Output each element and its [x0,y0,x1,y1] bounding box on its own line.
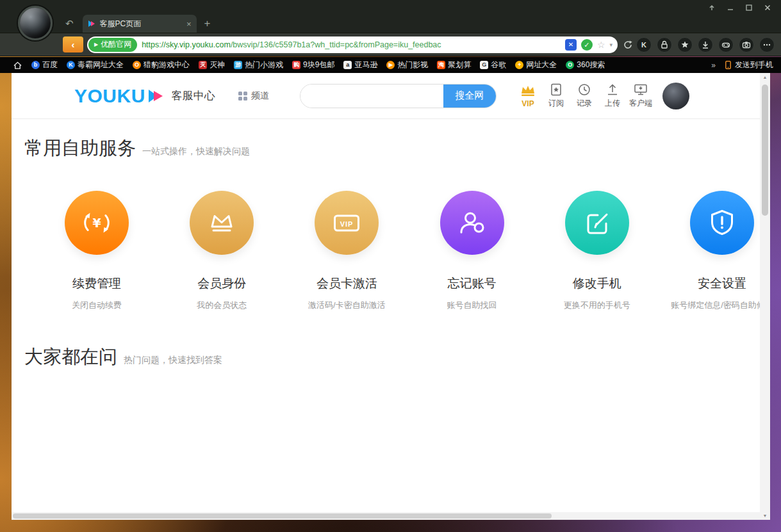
bookmark-label: 猎豹游戏中心 [144,60,190,70]
youku-logo-text: YOUKU [74,85,145,107]
bookmark-item[interactable]: b百度 [31,60,58,70]
bookmark-item[interactable]: 灭灭神 [199,60,225,70]
new-tab-button[interactable]: + [204,17,211,30]
bookmark-label: 百度 [42,60,58,70]
tab-close-icon[interactable]: × [186,19,192,29]
kingsoft-button[interactable]: K [636,37,652,52]
home-icon[interactable] [13,61,22,70]
send-to-phone-label: 发送到手机 [735,60,773,70]
youku-logo[interactable]: YOUKU [74,85,164,107]
bookmarks-overflow-icon[interactable]: » [711,61,716,70]
maximize-button[interactable] [744,4,753,12]
nav-subscribe[interactable]: 订阅 [543,83,569,109]
bookmark-item[interactable]: G谷歌 [480,60,506,70]
card-circle: VIP [315,191,379,255]
games-button[interactable] [718,37,734,52]
favorite-star-icon[interactable]: ☆ [597,40,605,50]
vertical-scrollbar-thumb[interactable] [762,85,768,216]
bookmark-item[interactable]: O360搜索 [566,60,605,70]
horizontal-scrollbar-thumb[interactable] [13,513,552,519]
bookmark-item[interactable]: 购9块9包邮 [292,60,334,70]
phone-icon [725,60,732,70]
screenshot-button[interactable] [739,37,754,52]
bookmark-favicon: 淘 [437,61,445,69]
youku-logo-arrow-icon [147,88,164,104]
desktop: ↶ 客服PC页面 × + ‹ ▶ 优酷官网 https://sky.vip.yo… [0,0,781,532]
menu-button[interactable] [759,37,775,52]
send-to-phone-button[interactable]: 发送到手机 [725,60,773,70]
favorites-button[interactable] [677,37,693,52]
bookmark-label: 360搜索 [577,60,605,70]
service-item-change-phone[interactable]: 修改手机 更换不用的手机号 [546,191,648,311]
site-badge[interactable]: ▶ 优酷官网 [88,38,137,52]
service-item-security[interactable]: 安全设置 账号绑定信息/密码自助修改 [671,191,760,311]
service-desc: 账号绑定信息/密码自助修改 [671,300,760,311]
youku-favicon [88,20,95,28]
bookmark-favicon: 购 [292,61,300,69]
channel-button[interactable]: 频道 [238,90,269,102]
service-item-membership[interactable]: 会员身份 我的会员状态 [170,191,273,311]
bookmark-favicon: G [480,61,488,69]
close-button[interactable] [763,4,772,12]
lock-button[interactable] [657,37,672,52]
header-nav: VIP 订阅 记录 [515,73,689,119]
reopen-tab-icon[interactable]: ↶ [65,18,74,29]
url-bar[interactable]: ▶ 优酷官网 https://sky.vip.youku.com/bwsvip/… [87,36,618,53]
bookmark-label: 毒霸网址大全 [78,60,124,70]
avatar[interactable] [662,83,689,109]
bookmark-item[interactable]: O猎豹游戏中心 [133,60,190,70]
bookmark-item[interactable]: 游热门小游戏 [234,60,283,70]
bookmark-favicon: b [31,61,40,69]
subscribe-icon [549,83,563,96]
self-service-heading: 常用自助服务 一站式操作，快速解决问题 [24,136,760,161]
bookmark-label: 热门小游戏 [245,60,283,70]
bookmarks-list: b百度K毒霸网址大全O猎豹游戏中心灭灭神游热门小游戏购9块9包邮a亚马逊▶热门影… [31,60,702,70]
favorites-dropdown-icon[interactable]: ▾ [609,42,612,48]
bookmark-item[interactable]: +网址大全 [515,60,557,70]
nav-history[interactable]: 记录 [571,83,597,109]
bookmark-label: 9块9包邮 [303,60,334,70]
nav-client[interactable]: 客户端 [628,83,654,109]
bookmark-item[interactable]: ▶热门影视 [386,60,428,70]
search-button[interactable]: 搜全网 [443,85,496,108]
horizontal-scrollbar[interactable] [12,512,760,520]
svg-text:VIP: VIP [340,220,354,228]
download-button[interactable] [698,37,713,52]
service-title: 安全设置 [698,275,746,292]
scroll-up-icon[interactable]: ▲ [760,75,770,79]
bookmark-item[interactable]: 淘聚划算 [437,60,471,70]
service-title: 续费管理 [72,275,121,292]
membership-circle [190,191,254,255]
toolbar-buttons: K [636,37,775,52]
service-item-renew[interactable]: ¥ 续费管理 关闭自动续费 [45,191,148,311]
boss-key-button[interactable] [707,4,716,12]
nav-label: 上传 [605,98,620,109]
url-host: https://sky.vip.youku.com [142,40,231,49]
page-main: 常用自助服务 一站式操作，快速解决问题 ¥ [12,136,760,370]
bookmark-item[interactable]: a亚马逊 [343,60,377,70]
back-button[interactable]: ‹ [63,36,83,52]
service-item-forgot-account[interactable]: 忘记账号 账号自助找回 [421,191,523,311]
scroll-down-icon[interactable]: ▼ [760,513,770,518]
nav-label: 记录 [577,98,592,109]
minimize-button[interactable] [726,4,735,12]
browser-tab[interactable]: 客服PC页面 × [83,15,197,33]
refresh-icon[interactable] [623,40,633,50]
vertical-scrollbar[interactable]: ▲ ▼ [760,73,770,520]
bookmark-label: 网址大全 [526,60,557,70]
bookmark-item[interactable]: K毒霸网址大全 [67,60,124,70]
browser-logo[interactable] [18,6,53,40]
search-input[interactable] [300,85,443,108]
browser-titlebar: ↶ 客服PC页面 × + [0,0,781,33]
bookmark-label: 灭神 [210,60,225,70]
nav-vip[interactable]: VIP [515,85,541,108]
site-safety-icon[interactable]: ✓ [581,39,593,51]
nav-upload[interactable]: 上传 [600,83,625,109]
service-item-card-activate[interactable]: VIP 会员卡激活 激活码/卡密自助激活 [295,191,398,311]
client-icon [634,83,648,96]
section-subtitle: 热门问题，快速找到答案 [124,355,222,366]
extension-icon[interactable]: ✕ [565,39,577,51]
tab-title: 客服PC页面 [100,19,182,29]
bookmark-favicon: ▶ [386,61,395,69]
service-title: 会员身份 [197,275,246,292]
